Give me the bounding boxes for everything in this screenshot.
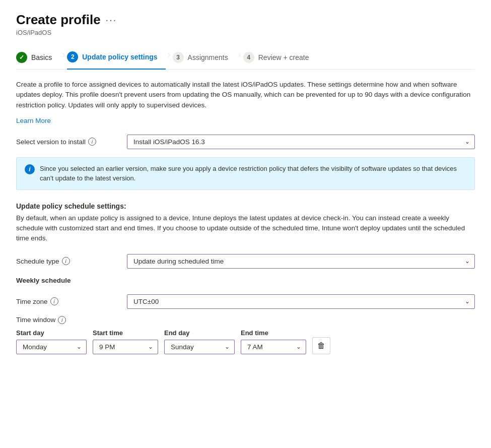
start-day-dropdown[interactable]: Monday Sunday Tuesday Wednesday Thursday… [16,340,87,354]
start-time-wrapper: 9 PM 12 AM1 AM2 AM3 AM 4 AM5 AM6 AM7 AM … [93,340,158,354]
step-separator-2: › [166,49,173,66]
schedule-type-label-text: Schedule type [16,258,59,265]
step-assignments-label: Assignments [188,53,228,61]
delete-icon: 🗑 [317,341,325,350]
select-version-label: Select version to install i [16,138,127,146]
select-version-dropdown[interactable]: Install iOS/iPadOS 16.3 Latest update In… [127,135,475,149]
check-icon: ✓ [19,54,24,61]
end-time-col: End time 7 AM 12 AM1 AM2 AM3 AM 4 AM5 AM… [241,329,306,354]
schedule-type-info-icon[interactable]: i [62,257,70,265]
schedule-type-dropdown[interactable]: Update during scheduled time Update at n… [127,254,475,269]
end-day-col: End day Sunday Monday Tuesday Wednesday … [164,329,235,354]
step-update-policy-label: Update policy settings [82,53,157,61]
page-subtitle: iOS/iPadOS [16,29,475,36]
schedule-grid: Start day Monday Sunday Tuesday Wednesda… [16,329,475,354]
info-banner-icon: i [25,164,35,174]
time-zone-info-icon[interactable]: i [50,297,58,305]
time-zone-dropdown[interactable]: UTC±00 UTC-05:00 UTC+01:00 [127,294,475,309]
schedule-section-heading: Update policy schedule settings: [16,202,475,210]
schedule-type-label: Schedule type i [16,257,127,265]
step-separator-1: › [60,49,67,66]
step-review-create-circle: 4 [243,52,254,63]
end-day-wrapper: Sunday Monday Tuesday Wednesday Thursday… [164,340,235,354]
learn-more-link[interactable]: Learn More [16,117,51,124]
delete-col: 🗑 [312,337,330,354]
step-update-policy-circle: 2 [67,51,78,62]
time-window-row: Time window i [16,316,475,324]
time-zone-label: Time zone i [16,297,127,305]
page-title: Create profile [16,12,101,28]
page-header: Create profile ··· iOS/iPadOS [16,12,475,36]
end-time-wrapper: 7 AM 12 AM1 AM2 AM3 AM 4 AM5 AM6 AM 8 AM… [241,340,306,354]
end-time-label: End time [241,329,306,337]
step-assignments-circle: 3 [173,52,184,63]
schedule-type-row: Schedule type i Update during scheduled … [16,254,475,269]
select-version-wrapper: Install iOS/iPadOS 16.3 Latest update In… [127,135,475,149]
more-options-icon[interactable]: ··· [106,14,117,26]
select-version-info-icon[interactable]: i [88,138,96,146]
step-update-policy[interactable]: 2 Update policy settings [67,46,165,70]
start-day-wrapper: Monday Sunday Tuesday Wednesday Thursday… [16,340,87,354]
end-day-label: End day [164,329,235,337]
page-description: Create a profile to force assigned devic… [16,80,475,110]
time-zone-label-text: Time zone [16,298,48,305]
schedule-description: By default, when an update policy is ass… [16,213,475,244]
start-day-col: Start day Monday Sunday Tuesday Wednesda… [16,329,87,354]
schedule-type-wrapper: Update during scheduled time Update at n… [127,254,475,269]
step-review-create-label: Review + create [258,53,309,61]
step-separator-3: › [236,49,243,66]
info-banner: i Since you selected an earlier version,… [16,157,475,190]
step-basics-circle: ✓ [16,52,27,63]
time-zone-row: Time zone i UTC±00 UTC-05:00 UTC+01:00 ⌄ [16,294,475,309]
start-time-col: Start time 9 PM 12 AM1 AM2 AM3 AM 4 AM5 … [93,329,158,354]
info-banner-text: Since you selected an earlier version, m… [40,164,466,183]
step-review-create[interactable]: 4 Review + create [243,47,317,69]
start-day-label: Start day [16,329,87,337]
select-version-row: Select version to install i Install iOS/… [16,135,475,149]
end-day-dropdown[interactable]: Sunday Monday Tuesday Wednesday Thursday… [164,340,235,354]
end-time-dropdown[interactable]: 7 AM 12 AM1 AM2 AM3 AM 4 AM5 AM6 AM 8 AM… [241,340,306,354]
wizard-steps: ✓ Basics › 2 Update policy settings › 3 … [16,46,475,70]
time-zone-wrapper: UTC±00 UTC-05:00 UTC+01:00 ⌄ [127,294,475,309]
start-time-label: Start time [93,329,158,337]
time-window-label-text: Time window [16,316,55,324]
step-basics-label: Basics [31,53,52,61]
select-version-label-text: Select version to install [16,138,86,146]
time-window-info-icon[interactable]: i [58,316,66,324]
delete-schedule-button[interactable]: 🗑 [312,337,330,354]
weekly-schedule-heading: Weekly schedule [16,277,475,284]
step-assignments[interactable]: 3 Assignments [173,47,236,69]
start-time-dropdown[interactable]: 9 PM 12 AM1 AM2 AM3 AM 4 AM5 AM6 AM7 AM … [93,340,158,354]
step-basics[interactable]: ✓ Basics [16,47,60,69]
